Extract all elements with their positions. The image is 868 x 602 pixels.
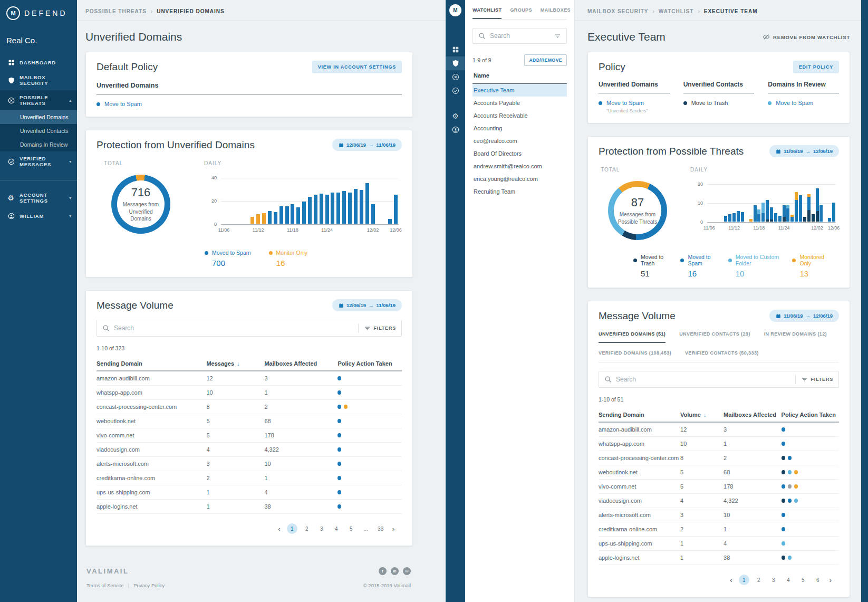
mini-verified-icon[interactable] [446, 84, 465, 98]
page-button-2[interactable]: 2 [302, 523, 312, 534]
policy-action-dot-blue [337, 447, 341, 452]
remove-from-watchlist-button[interactable]: REMOVE FROM WATCHLIST [763, 33, 850, 41]
sidebar-item-william[interactable]: WILLIAM▾ [0, 208, 77, 224]
list-item-erica-young-realco-com[interactable]: erica.young@realco.com [472, 173, 567, 185]
sidebar-item-unverified-contacts[interactable]: Unverified Contacts [0, 124, 77, 138]
table-row[interactable]: creditkarna-online.com21 [599, 522, 839, 537]
table-row[interactable]: creditkarna-online.com21 [97, 471, 402, 485]
sidebar-item-mailbox-security[interactable]: MAILBOX SECURITY [0, 70, 77, 90]
policy-action-link[interactable]: Move to Spam [606, 100, 644, 106]
page-button-2[interactable]: 2 [754, 575, 764, 585]
list-item-recruiting-team[interactable]: Recruiting Team [472, 185, 567, 198]
page-button-3[interactable]: 3 [768, 575, 779, 585]
linkedin-icon[interactable]: in [391, 567, 399, 575]
mini-shield-icon[interactable] [446, 56, 465, 70]
breadcrumb-watchlist[interactable]: WATCHLIST [659, 8, 694, 14]
filters-button[interactable]: FILTERS [801, 376, 833, 383]
table-row[interactable]: apple-logins.net138 [97, 500, 402, 514]
mini-user-icon[interactable] [446, 123, 465, 137]
policy-action-link[interactable]: Move to Spam [104, 101, 142, 107]
table-row[interactable]: viadocusign.com44,322 [599, 494, 839, 508]
add-remove-button[interactable]: ADD/REMOVE [524, 54, 567, 66]
page-button-3[interactable]: 3 [316, 523, 327, 534]
page-button-6[interactable]: 6 [813, 575, 823, 585]
table-row[interactable]: ups-us-shipping.com14 [599, 537, 839, 551]
policy-action-link[interactable]: Move to Spam [776, 100, 813, 106]
date-range-pill[interactable]: 11/06/19 → 12/06/19 [769, 310, 839, 322]
search-input[interactable] [612, 376, 790, 383]
table-row[interactable]: concast-processing-center.com82 [97, 400, 402, 414]
table-row[interactable]: whatspp-app.com101 [97, 386, 402, 400]
table-row[interactable]: weboutlook.net568 [599, 465, 839, 480]
list-item-ceo-realco-com[interactable]: ceo@realco.com [472, 135, 567, 147]
page-button-1[interactable]: 1 [739, 575, 749, 585]
table-row[interactable]: weboutlook.net568 [97, 414, 402, 428]
table-row[interactable]: amazon-audibill.com123 [599, 423, 839, 437]
page-button-5[interactable]: 5 [346, 523, 356, 534]
tab-unverified-contacts-23[interactable]: UNVERIFIED CONTACTS (23) [679, 331, 750, 343]
sidebar-item-domains-in-review[interactable]: Domains In Review [0, 138, 77, 151]
footer-link-privacy-policy[interactable]: Privacy Policy [133, 582, 165, 588]
page-button-4[interactable]: 4 [331, 523, 342, 534]
page-button-33[interactable]: 33 [375, 523, 386, 534]
table-row[interactable]: vivo-comm.net5178 [97, 428, 402, 443]
filters-button[interactable]: FILTERS [364, 325, 396, 332]
list-item-accounts-receivable[interactable]: Accounts Receivable [472, 109, 567, 122]
table-row[interactable]: amazon-audibill.com123 [97, 371, 402, 386]
view-in-account-settings-button[interactable]: VIEW IN ACCOUNT SETTINGS [312, 61, 402, 73]
table-row[interactable]: concast-processing-center.com82 [599, 451, 839, 465]
previous-page-button[interactable]: ‹ [276, 525, 282, 533]
table-row[interactable]: viadocusign.com44,322 [97, 443, 402, 457]
breadcrumb-possible-threats[interactable]: POSSIBLE THREATS [85, 8, 147, 14]
column-header-volume[interactable]: Volume↓ [680, 412, 724, 418]
previous-page-button[interactable]: ‹ [728, 576, 734, 584]
table-row[interactable]: vivo-comm.net5178 [599, 480, 839, 494]
watchlist-search-input[interactable] [486, 32, 554, 40]
mini-threat-icon[interactable] [446, 70, 465, 84]
email-icon[interactable]: ✉ [403, 567, 411, 575]
page-button-4[interactable]: 4 [783, 575, 794, 585]
search-input[interactable] [110, 324, 353, 332]
footer-link-terms-of-service[interactable]: Terms of Service [86, 582, 124, 588]
list-item-accounts-payable[interactable]: Accounts Payable [472, 97, 567, 109]
list-item-executive-team[interactable]: Executive Team [472, 84, 567, 97]
table-row[interactable]: alerts-microsoft.com310 [599, 508, 839, 522]
watchlist-filter-button[interactable] [554, 33, 561, 40]
sidebar-item-dashboard[interactable]: DASHBOARD [0, 54, 77, 70]
date-range-pill[interactable]: 12/06/19 → 11/06/19 [332, 299, 402, 311]
page-button-5[interactable]: 5 [798, 575, 808, 585]
tab-mailboxes[interactable]: MAILBOXES [541, 7, 571, 19]
mini-grid-icon[interactable] [446, 43, 465, 56]
list-item-andrew-smith-realco-com[interactable]: andrew.smith@realco.com [472, 160, 567, 173]
next-page-button[interactable]: › [827, 576, 834, 584]
tab-verified-contacts-50-333[interactable]: VERIFIED CONTACTS (50,333) [685, 350, 759, 362]
sidebar-item-account-settings[interactable]: ⚙ACCOUNT SETTINGS▾ [0, 188, 77, 208]
twitter-icon[interactable]: t [379, 567, 387, 575]
tab-watchlist[interactable]: WATCHLIST [472, 7, 501, 19]
sidebar-item-verified-messages[interactable]: VERIFIED MESSAGES▾ [0, 151, 77, 171]
tab-unverified-domains-51[interactable]: UNVERIFIED DOMAINS (51) [599, 331, 666, 343]
tab-in-review-domains-12[interactable]: IN REVIEW DOMAINS (12) [764, 331, 827, 343]
list-item-accounting[interactable]: Accounting [472, 122, 567, 135]
tab-groups[interactable]: GROUPS [510, 7, 532, 19]
sidebar-item-possible-threats[interactable]: POSSIBLE THREATS▴ [0, 90, 77, 110]
mini-gear-icon[interactable]: ⚙ [446, 109, 465, 123]
tab-verified-domains-108-453[interactable]: VERIFIED DOMAINS (108,453) [599, 350, 671, 362]
breadcrumb-mailbox-security[interactable]: MAILBOX SECURITY [587, 8, 648, 14]
table-row[interactable]: ups-us-shipping.com14 [97, 485, 402, 500]
date-range-pill[interactable]: 12/06/19 → 11/06/19 [332, 139, 402, 151]
next-page-button[interactable]: › [390, 525, 397, 533]
page-button-[interactable]: ... [361, 523, 371, 534]
page-button-1[interactable]: 1 [287, 523, 297, 534]
table-row[interactable]: apple-logins.net138 [599, 551, 839, 565]
table-row[interactable]: alerts-microsoft.com310 [97, 457, 402, 471]
total-label: TOTAL [601, 167, 690, 173]
list-item-board-of-directors[interactable]: Board Of Directors [472, 147, 567, 160]
defend-logo-icon[interactable]: M [449, 4, 461, 16]
edit-policy-button[interactable]: EDIT POLICY [793, 61, 839, 73]
page-title: Unverified Domains [85, 31, 182, 43]
sidebar-item-unverified-domains[interactable]: Unverified Domains [0, 110, 77, 124]
column-header-messages[interactable]: Messages↓ [206, 360, 264, 367]
table-row[interactable]: whatspp-app.com101 [599, 437, 839, 451]
date-range-pill[interactable]: 11/06/19 → 12/06/19 [769, 145, 839, 157]
